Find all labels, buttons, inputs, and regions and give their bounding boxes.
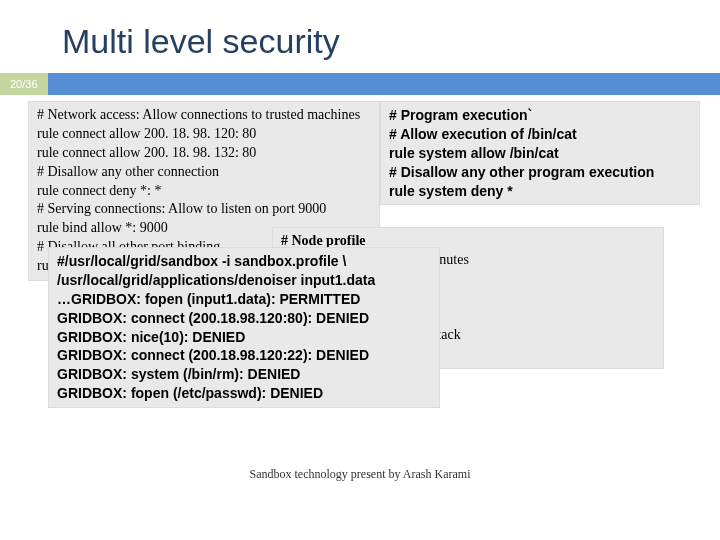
gridbox-log-box: #/usr/local/grid/sandbox -i sandbox.prof… xyxy=(48,247,440,408)
text-line: # Disallow any other connection xyxy=(37,163,371,182)
text-span: deny xyxy=(471,183,508,199)
text-line: rule connect allow 200. 18. 98. 120: 80 xyxy=(37,125,371,144)
text-span: GRIDBOX xyxy=(71,291,136,307)
text-span: GRIDBOX xyxy=(57,366,122,382)
text-line: #/usr/local/grid/sandbox -i sandbox.prof… xyxy=(57,252,431,271)
text-span: * xyxy=(507,183,512,199)
text-span: GRIDBOX xyxy=(57,329,122,345)
text-span: rule xyxy=(389,183,419,199)
text-span: system xyxy=(419,145,471,161)
text-span: allow xyxy=(471,145,510,161)
text-span: GRIDBOX xyxy=(57,385,122,401)
text-span: : system (/bin/rm): DENIED xyxy=(122,366,300,382)
text-line: # Network access: Allow connections to t… xyxy=(37,106,371,125)
text-line: GRIDBOX: fopen (/etc/passwd): DENIED xyxy=(57,384,431,403)
text-line: rule connect allow 200. 18. 98. 132: 80 xyxy=(37,144,371,163)
text-line: GRIDBOX: connect (200.18.98.120:80): DEN… xyxy=(57,309,431,328)
text-line: …GRIDBOX: fopen (input1.data): PERMITTED xyxy=(57,290,431,309)
text-span: : connect (200.18.98.120:80): DENIED xyxy=(122,310,369,326)
text-span: rule xyxy=(389,145,419,161)
text-span: : connect (200.18.98.120:22): DENIED xyxy=(122,347,369,363)
text-span: GRIDBOX xyxy=(57,347,122,363)
footer-text: Sandbox technology present by Arash Kara… xyxy=(0,467,720,482)
text-line: rule connect deny *: * xyxy=(37,182,371,201)
text-line: GRIDBOX: nice(10): DENIED xyxy=(57,328,431,347)
text-line: rule system allow /bin/cat xyxy=(389,144,691,163)
text-span: /bin/cat xyxy=(510,145,559,161)
text-line: GRIDBOX: system (/bin/rm): DENIED xyxy=(57,365,431,384)
text-span: : fopen (input1.data): PERMITTED xyxy=(136,291,360,307)
text-line: # Disallow any other program execution xyxy=(389,163,691,182)
text-span: : fopen (/etc/passwd): DENIED xyxy=(122,385,323,401)
text-span: … xyxy=(57,291,71,307)
slide-content: # Network access: Allow connections to t… xyxy=(0,95,720,103)
slide-title: Multi level security xyxy=(0,0,720,73)
program-execution-box: # Program execution` # Allow execution o… xyxy=(380,101,700,205)
text-span: : nice(10): DENIED xyxy=(122,329,245,345)
text-line: # Allow execution of /bin/cat xyxy=(389,125,691,144)
text-line: /usr/local/grid/applications/denoiser in… xyxy=(57,271,431,290)
text-span: system xyxy=(419,183,471,199)
text-span: GRIDBOX xyxy=(57,310,122,326)
header-stripe: 20/36 xyxy=(0,73,720,95)
text-line: GRIDBOX: connect (200.18.98.120:22): DEN… xyxy=(57,346,431,365)
text-line: # Serving connections: Allow to listen o… xyxy=(37,200,371,219)
page-number-badge: 20/36 xyxy=(0,73,48,95)
text-line: rule system deny * xyxy=(389,182,691,201)
text-line: # Program execution` xyxy=(389,106,691,125)
